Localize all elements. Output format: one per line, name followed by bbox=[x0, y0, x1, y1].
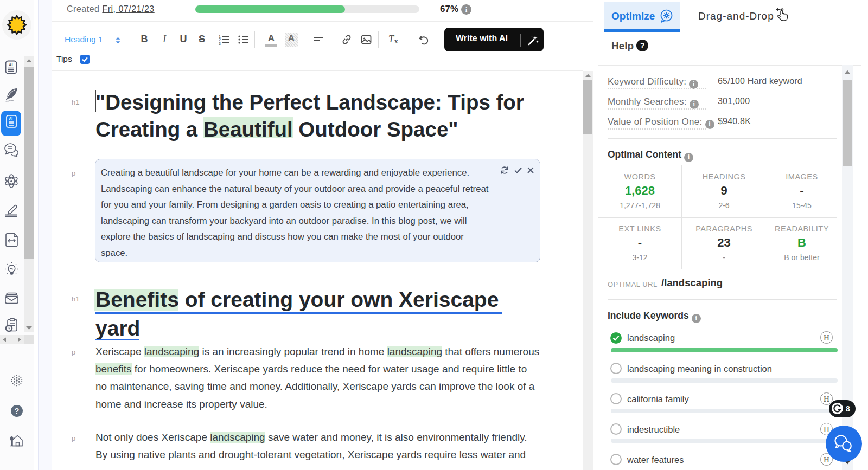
svg-text:3: 3 bbox=[219, 42, 221, 46]
svg-text:AI: AI bbox=[9, 117, 13, 120]
svg-text:AI: AI bbox=[9, 62, 13, 67]
